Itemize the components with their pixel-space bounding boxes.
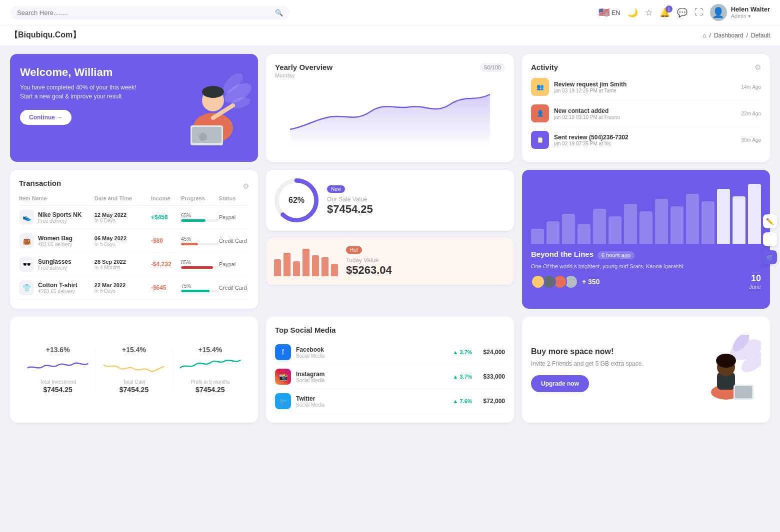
activity-info: Review request jim Smith jan 03 19 12:25… <box>554 81 736 93</box>
favorites-icon[interactable]: ☆ <box>645 7 652 18</box>
item-progress: 65% <box>181 213 218 222</box>
item-sub: Free delivery <box>38 218 82 224</box>
beyond-bar <box>578 224 590 244</box>
activity-title: Activity <box>531 63 558 71</box>
brand-logo: 【Biqubiqu.Com】 <box>10 30 80 40</box>
today-bar <box>302 249 310 276</box>
dark-mode-toggle[interactable]: 🌙 <box>628 7 638 18</box>
fullscreen-icon[interactable]: ⛶ <box>694 7 703 17</box>
social-info: Twitter Social Media <box>296 395 324 408</box>
activity-item-title: Sent review (504)236-7302 <box>554 134 736 141</box>
search-bar[interactable]: 🔍 <box>10 6 290 19</box>
beyond-bar <box>686 194 699 244</box>
item-sub: Free delivery <box>38 265 72 271</box>
upgrade-button[interactable]: Upgrade now <box>531 375 589 392</box>
today-bar <box>274 259 281 276</box>
beyond-footer: + 350 10 June <box>531 273 761 290</box>
today-bar <box>284 253 290 276</box>
beyond-avatars: + 350 <box>531 275 600 289</box>
avatar-1 <box>531 275 545 289</box>
activity-gear-icon[interactable]: ⚙ <box>754 63 761 72</box>
activity-item-sub: jan 02 19 07:35 PM at Iris <box>554 141 736 146</box>
home-icon[interactable]: ⌂ <box>702 32 706 39</box>
activity-item: 👥 Review request jim Smith jan 03 19 12:… <box>531 74 761 100</box>
item-date: 22 Mar 2022 In 8 Days <box>94 282 151 294</box>
side-icon-settings[interactable]: ⚙ <box>763 232 777 246</box>
language-selector[interactable]: 🇺🇸 EN <box>598 7 620 18</box>
item-date: 12 May 2022 In 6 Days <box>94 212 151 223</box>
stat-value: $7454.25 <box>20 386 96 394</box>
welcome-illustration <box>163 54 258 162</box>
social-icon: f <box>275 344 291 360</box>
beyond-bar <box>531 229 544 244</box>
beyond-bar <box>670 206 684 244</box>
sale-value-card: 62% New Our Sale Value $7454.25 <box>266 170 514 231</box>
activity-card: Activity ⚙ 👥 Review request jim Smith ja… <box>522 54 770 162</box>
item-income: -$80 <box>151 237 181 244</box>
item-name: Nike Sports NK <box>38 211 82 218</box>
beyond-bar <box>624 204 637 244</box>
main-grid: Welcome, William You have completed 40% … <box>0 46 780 431</box>
stat-item: +15.4% Profit in 6 months $7454.25 <box>172 346 248 394</box>
activity-item: 👤 New contact added jan 02 19 03:10 PM a… <box>531 100 761 127</box>
social-row: 🐦 Twitter Social Media ▲ 7.6% $72,000 <box>275 389 505 414</box>
activity-thumb: 👥 <box>531 78 549 96</box>
side-panel-icons: ✏️ ⚙ 🛒 <box>763 214 777 264</box>
avatar: 👤 <box>710 4 727 21</box>
item-status: Credit Card <box>219 238 249 244</box>
beyond-date-num: 10 <box>749 273 761 284</box>
donut-percent: 62% <box>288 196 304 205</box>
search-input[interactable] <box>17 9 271 16</box>
sale-label: Our Sale Value <box>327 196 373 203</box>
item-progress: 85% <box>181 260 218 269</box>
beyond-bar <box>702 201 714 244</box>
stat-pct: +15.4% <box>96 346 172 354</box>
continue-button[interactable]: Continue → <box>20 110 72 125</box>
breadcrumb-default[interactable]: Default <box>751 32 770 39</box>
space-description: Invite 2 Friends and get 5 GB extra spac… <box>531 359 676 368</box>
item-icon: 🕶️ <box>19 257 34 272</box>
table-header: Item Name Date and Time Income Progress … <box>19 193 249 206</box>
social-card: Top Social Media f Facebook Social Media… <box>266 317 514 423</box>
item-progress: 75% <box>181 283 218 292</box>
item-progress: 45% <box>181 236 218 245</box>
breadcrumb-dashboard[interactable]: Dashboard <box>714 32 744 39</box>
item-income: -$645 <box>151 284 181 291</box>
space-title: Buy more space now! <box>531 347 676 356</box>
today-bar-chart <box>274 246 338 276</box>
activity-header: Activity ⚙ <box>531 63 761 72</box>
stat-label: Total Investment <box>20 379 96 385</box>
user-name: Helen Walter <box>731 5 770 13</box>
activity-item-time: 14m Ago <box>742 84 761 90</box>
activity-item-sub: jan 03 19 12:25 PM at Tame <box>554 88 736 93</box>
social-row: f Facebook Social Media ▲ 3.7% $24,000 <box>275 340 505 365</box>
sale-column: 62% New Our Sale Value $7454.25 Hot Toda… <box>266 170 514 309</box>
messages-icon[interactable]: 💬 <box>677 7 688 18</box>
item-sub: ₹283.65 delivery <box>38 289 78 294</box>
side-icon-cart[interactable]: 🛒 <box>763 250 777 264</box>
side-icon-edit[interactable]: ✏️ <box>763 214 777 228</box>
notifications-icon[interactable]: 🔔 1 <box>660 7 670 18</box>
beyond-bar <box>608 216 622 244</box>
sale-info: New Our Sale Value $7454.25 <box>327 185 373 216</box>
beyond-bar <box>748 184 761 244</box>
stat-wave <box>20 358 96 378</box>
table-row: 👜 Women Bag ₹83.65 delivery 06 May 2022 … <box>19 229 249 253</box>
today-value-card: Hot Today Value $5263.04 <box>266 238 514 285</box>
stats-items: +13.6% Total Investment $7454.25 +15.4% … <box>20 327 248 413</box>
beyond-time: 6 hours ago <box>598 251 634 259</box>
item-income: +$456 <box>151 214 181 221</box>
item-name: Sunglasses <box>38 258 72 265</box>
stat-pct: +13.6% <box>20 346 96 354</box>
today-value: $5263.04 <box>346 264 392 277</box>
social-icon: 🐦 <box>275 393 291 409</box>
user-menu[interactable]: 👤 Helen Walter Admin ▾ <box>710 4 770 21</box>
item-cell: 👕 Cotton T-shirt ₹283.65 delivery <box>19 280 94 295</box>
activity-info: Sent review (504)236-7302 jan 02 19 07:3… <box>554 134 736 146</box>
transaction-card: Transaction ⚙ Item Name Date and Time In… <box>10 170 258 309</box>
hot-badge: Hot <box>346 246 362 254</box>
stat-label: Profit in 6 months <box>172 379 248 385</box>
transaction-gear-icon[interactable]: ⚙ <box>242 182 249 191</box>
illustration-svg <box>163 63 253 153</box>
svg-rect-21 <box>735 386 752 398</box>
